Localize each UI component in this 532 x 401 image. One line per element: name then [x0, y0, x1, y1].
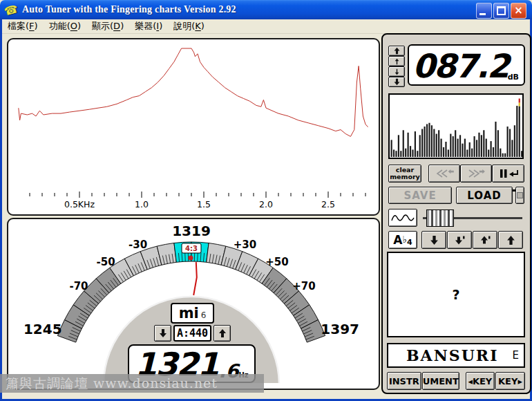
volume-slider[interactable]	[421, 209, 524, 227]
pause-button[interactable]	[492, 165, 524, 183]
cents-label: +70	[292, 280, 315, 292]
up-arrow-fine-icon	[480, 235, 491, 245]
instrument-key: E	[512, 349, 518, 362]
menu-bar: 檔案(F)功能(O)顯示(D)樂器(I)說明(K)	[2, 19, 530, 34]
note-down-fine-button[interactable]	[447, 231, 472, 249]
save-button[interactable]: SAVE	[388, 187, 452, 204]
lower-neighbor-frequency: 1245	[23, 321, 62, 337]
window-border-left	[0, 19, 2, 401]
minimize-icon	[479, 13, 486, 15]
control-column: 087.2 dB clear memory	[381, 33, 531, 394]
phone-icon: ☎	[3, 1, 19, 18]
note-down-button[interactable]	[421, 231, 446, 249]
down-arrow-icon	[393, 78, 401, 86]
key-right-label: KEY▸	[498, 376, 522, 386]
instrument-button-right[interactable]: UMENT	[422, 372, 459, 390]
reference-pitch-display: A:440	[173, 325, 211, 342]
fingering-chart-panel: ?	[387, 252, 525, 337]
maximize-button[interactable]	[493, 3, 509, 19]
level-unit: dB	[508, 73, 519, 82]
tuner-gauge-panel: 4:31319-70-50-30+30+50+7012451397 mi 6 A…	[7, 218, 380, 390]
reference-down-button[interactable]	[154, 325, 171, 342]
forum-watermark: 簫與古調論壇 www.donsiau.net	[0, 374, 264, 393]
level-stepper	[388, 46, 405, 87]
menu-d[interactable]: 顯示(D)	[86, 19, 129, 33]
transport-controls: clear memory	[388, 165, 524, 183]
menu-i[interactable]: 樂器(I)	[129, 19, 168, 33]
pause-return-icon	[497, 168, 520, 179]
fingering-placeholder: ?	[452, 287, 459, 302]
close-icon: ×	[514, 6, 523, 16]
svg-text:2.5: 2.5	[321, 199, 335, 209]
pitch-octave: 4	[407, 238, 412, 247]
square-icon	[517, 192, 523, 198]
level-up-coarse-button[interactable]	[388, 46, 405, 56]
slider-thumb[interactable]	[426, 209, 454, 227]
cents-label: +30	[234, 239, 256, 251]
svg-text:0.5KHz: 0.5KHz	[64, 199, 95, 209]
save-label: SAVE	[403, 189, 436, 202]
up-arrow-icon	[218, 328, 227, 338]
aux-square-button[interactable]	[515, 187, 524, 204]
sine-tone-button[interactable]	[388, 209, 417, 227]
title-bar: ☎ Auto Tuner with the Fingering charts V…	[0, 0, 532, 19]
ratio-marker-dot	[189, 256, 193, 261]
instrument-button-left[interactable]: INSTR	[387, 372, 421, 390]
pitch-name-button[interactable]: A ♭ 4	[388, 231, 417, 249]
menu-f[interactable]: 檔案(F)	[2, 19, 44, 33]
flat-icon: ♭	[402, 234, 407, 245]
level-down-fine-button[interactable]	[388, 66, 405, 77]
reference-up-button[interactable]	[213, 325, 231, 342]
spectrum-line	[19, 48, 368, 136]
tuning-needle	[193, 262, 197, 295]
cents-label: -30	[129, 239, 147, 251]
note-up-button[interactable]	[498, 231, 523, 249]
target-frequency-label: 1319	[172, 223, 211, 239]
level-history-chart	[388, 93, 524, 159]
menu-k[interactable]: 說明(K)	[168, 19, 210, 33]
key-left-label: ◂KEY	[468, 376, 492, 386]
ument-label: UMENT	[423, 376, 459, 386]
instrument-display: BANSURI E	[387, 343, 525, 368]
key-up-button[interactable]: KEY▸	[495, 372, 525, 390]
note-display: mi 6	[171, 303, 214, 324]
load-button[interactable]: LOAD	[456, 187, 513, 204]
spectrum-chart: 0.5KHz1.01.52.02.5	[8, 39, 373, 210]
fast-forward-icon	[466, 169, 486, 178]
clear-memory-button[interactable]: clear memory	[388, 165, 421, 183]
key-down-button[interactable]: ◂KEY	[466, 372, 495, 390]
maximize-icon	[497, 6, 506, 15]
playback-tone-row	[388, 209, 524, 227]
svg-text:2.0: 2.0	[259, 199, 273, 209]
minimize-button[interactable]	[476, 3, 492, 19]
instrument-name: BANSURI	[406, 346, 498, 364]
note-up-fine-button[interactable]	[473, 231, 497, 249]
up-arrow-icon	[393, 47, 401, 55]
spectrum-panel: 0.5KHz1.01.52.02.5	[7, 38, 380, 216]
close-button[interactable]: ×	[511, 3, 526, 19]
rewind-icon	[434, 169, 455, 178]
app-window: ☎ Auto Tuner with the Fingering charts V…	[0, 0, 532, 401]
cents-label: +50	[265, 256, 288, 268]
up-arrow-icon	[394, 58, 400, 65]
rewind-button[interactable]	[428, 165, 460, 183]
menu-o[interactable]: 功能(O)	[44, 19, 86, 33]
file-controls: SAVE LOAD	[388, 187, 524, 204]
level-value: 087.2	[412, 51, 509, 82]
level-display: 087.2 dB	[408, 44, 525, 86]
down-arrow-icon	[394, 68, 400, 75]
instrument-key-buttons: INSTR UMENT ◂KEY KEY▸	[387, 372, 525, 390]
note-stepper-row: A ♭ 4	[388, 231, 524, 249]
svg-text:1.5: 1.5	[197, 199, 211, 209]
ratio-marker-label: 4:3	[185, 245, 198, 252]
svg-text:1.0: 1.0	[135, 199, 149, 209]
up-arrow-icon	[506, 235, 515, 245]
cents-label: -70	[69, 280, 88, 292]
forward-button[interactable]	[460, 165, 492, 183]
down-arrow-icon	[430, 235, 439, 245]
sine-wave-icon	[391, 212, 415, 224]
cents-label: -50	[97, 256, 115, 268]
level-up-fine-button[interactable]	[388, 56, 405, 66]
level-down-coarse-button[interactable]	[388, 77, 405, 87]
clear-memory-label2: memory	[390, 174, 420, 180]
